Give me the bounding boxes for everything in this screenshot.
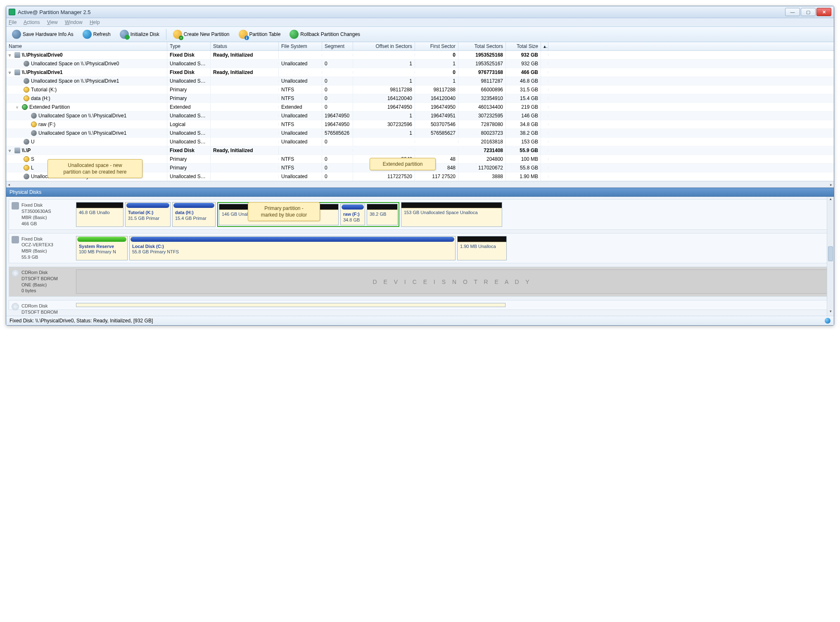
disk-icon: [14, 52, 20, 58]
menu-actions[interactable]: Actions: [24, 19, 40, 25]
scroll-down-icon[interactable]: ▾: [827, 309, 834, 316]
cell-type: Primary: [167, 86, 211, 94]
cell-fs: Unallocated: [279, 138, 322, 146]
disk-map-area[interactable]: ▴ ▾ Fixed DiskST3500630ASMBR (Basic)466 …: [6, 197, 834, 316]
col-type[interactable]: Type: [167, 42, 211, 50]
col-total-sectors[interactable]: Total Sectors: [458, 42, 506, 50]
save-icon: [12, 30, 21, 39]
cell-type: Primary: [167, 94, 211, 102]
callout-unallocated: Unallocated space - new partition can be…: [47, 159, 142, 178]
grid-row[interactable]: ▿\\.\PhysicalDrive1Fixed DiskReady, Init…: [6, 68, 834, 77]
menu-help[interactable]: Help: [90, 19, 100, 25]
grid-row[interactable]: Tutorial (K:)PrimaryNTFS0981172889811728…: [6, 86, 834, 94]
grid-row[interactable]: data (H:)PrimaryNTFS01641200401641200403…: [6, 94, 834, 103]
refresh-button[interactable]: Refresh: [79, 29, 114, 40]
col-name[interactable]: Name: [6, 42, 167, 50]
tree-toggle-icon[interactable]: ▿: [16, 105, 20, 110]
partition-box[interactable]: 153 GB Unallocated Space Unalloca: [401, 202, 502, 227]
scroll-thumb[interactable]: [828, 246, 833, 261]
scroll-up-icon[interactable]: ▴: [827, 197, 834, 203]
grid-row[interactable]: UUnallocated SpaceUnallocated02016381815…: [6, 138, 834, 146]
partition-box[interactable]: Local Disk (C:)55.8 GB Primary NTFS: [129, 236, 456, 260]
partition-box[interactable]: System Reserve100 MB Primary N: [76, 236, 128, 260]
titlebar[interactable]: Active@ Partition Manager 2.5 — ▢ ✕: [6, 6, 834, 18]
cell-name: data (H:): [6, 94, 167, 102]
tree-toggle-icon[interactable]: ▿: [9, 70, 13, 75]
col-filesystem[interactable]: File System: [279, 42, 322, 50]
cell-name: raw (F:): [6, 120, 167, 129]
cell-status: [211, 132, 279, 134]
unalloc-icon: [24, 139, 29, 145]
disk-map-row[interactable]: Fixed DiskOCZ-VERTEX3MBR (Basic)55.9 GBS…: [9, 233, 831, 263]
cell-fs: NTFS: [279, 155, 322, 163]
cell-fs: Extended: [279, 103, 322, 111]
cell-name: Tutorial (K:): [6, 86, 167, 94]
col-status[interactable]: Status: [211, 42, 279, 50]
grid-row[interactable]: Unallocated Space on \\.\PhysicalDrive1U…: [6, 112, 834, 120]
partition-bar: [458, 236, 506, 242]
grid-row[interactable]: Unallocated Space on \\.\PhysicalDrive1U…: [6, 77, 834, 86]
disk-map-row[interactable]: CDRom DiskDTSOFT BDROM: [9, 300, 831, 310]
grid-row[interactable]: Unallocated Space on \\.\PhysicalDrive1U…: [6, 129, 834, 138]
initialize-disk-button[interactable]: Initialize Disk: [116, 29, 163, 40]
partition-box[interactable]: 1.90 MB Unalloca: [457, 236, 507, 260]
disk-icon: [14, 148, 20, 153]
partition-table-icon: [239, 30, 248, 39]
row-name-text: \\.\P: [22, 148, 31, 153]
refresh-icon: [83, 30, 92, 39]
partition-box[interactable]: [76, 303, 505, 307]
disk-map-row[interactable]: CDRom DiskDTSOFT BDROMONE (Basic)0 bytes…: [9, 267, 831, 297]
partition-box[interactable]: data (H:)15.4 GB Primar: [172, 202, 216, 227]
minimize-button[interactable]: —: [785, 8, 800, 16]
grid-header: Name Type Status File System Segment Off…: [6, 42, 834, 51]
cell-size: 100 MB: [506, 155, 541, 163]
cell-fs: Unallocated: [279, 172, 322, 181]
scroll-right-icon[interactable]: ▸: [830, 182, 832, 187]
cell-first: [415, 141, 458, 143]
globe-icon[interactable]: [825, 318, 831, 324]
rollback-button[interactable]: Rollback Partition Changes: [286, 29, 363, 40]
cell-sectors: 307232595: [458, 112, 506, 120]
grid-row[interactable]: ▿\\.\PFixed DiskReady, Initialized723140…: [6, 146, 834, 155]
scroll-left-icon[interactable]: ◂: [8, 182, 10, 187]
primary-icon: [24, 95, 29, 101]
cell-seg: 0: [322, 60, 353, 68]
grid-row[interactable]: raw (F:)LogicalNTFS196474950307232596503…: [6, 120, 834, 129]
col-segment[interactable]: Segment: [322, 42, 353, 50]
cell-status: [211, 106, 279, 108]
col-offset[interactable]: Offset in Sectors: [353, 42, 415, 50]
partition-label: 46.8 GB Unallo: [76, 208, 123, 217]
vertical-scrollbar[interactable]: ▴ ▾: [827, 197, 834, 316]
cell-first: 503707546: [415, 120, 458, 129]
partition-box[interactable]: 46.8 GB Unallo: [76, 202, 123, 227]
menu-view[interactable]: View: [47, 19, 58, 25]
tree-toggle-icon[interactable]: ▿: [9, 148, 13, 153]
create-partition-button[interactable]: Create New Partition: [170, 29, 233, 40]
partition-box[interactable]: Tutorial (K:)31.5 GB Primar: [125, 202, 171, 227]
col-total-size[interactable]: Total Size: [506, 42, 541, 50]
cell-sectors: 80023723: [458, 129, 506, 137]
menu-window[interactable]: Window: [65, 19, 83, 25]
menu-file[interactable]: File: [9, 19, 17, 25]
cell-size: 146 GB: [506, 112, 541, 120]
cell-fs: Unallocated: [279, 60, 322, 68]
partition-bar: [173, 203, 214, 208]
save-hardware-info-button[interactable]: Save Hardware Info As: [9, 29, 77, 40]
cell-sectors: 98117287: [458, 77, 506, 85]
disk-map-row[interactable]: Fixed DiskST3500630ASMBR (Basic)466 GB46…: [9, 199, 831, 230]
maximize-button[interactable]: ▢: [801, 8, 816, 16]
row-name-text: Unallocated Space on \\.\PhysicalDrive1: [31, 78, 119, 84]
horizontal-scrollbar[interactable]: ◂ ▸: [6, 181, 834, 188]
col-first-sector[interactable]: First Sector: [415, 42, 458, 50]
grid-row[interactable]: ▿\\.\PhysicalDrive0Fixed DiskReady, Init…: [6, 51, 834, 60]
tree-toggle-icon[interactable]: ▿: [9, 53, 13, 57]
grid-row[interactable]: Unallocated Space on \\.\PhysicalDrive0U…: [6, 60, 834, 68]
cell-status: [211, 123, 279, 126]
partition-table-button[interactable]: Partition Table: [235, 29, 284, 40]
close-button[interactable]: ✕: [816, 8, 831, 16]
partition-box[interactable]: raw (F:)34.8 GB: [340, 204, 365, 225]
grid-row[interactable]: ▿Extended PartitionExtendedExtended01964…: [6, 103, 834, 112]
row-name-text: S: [31, 156, 34, 162]
partition-box[interactable]: 38.2 GB: [367, 204, 398, 225]
partition-bar: [401, 203, 502, 208]
